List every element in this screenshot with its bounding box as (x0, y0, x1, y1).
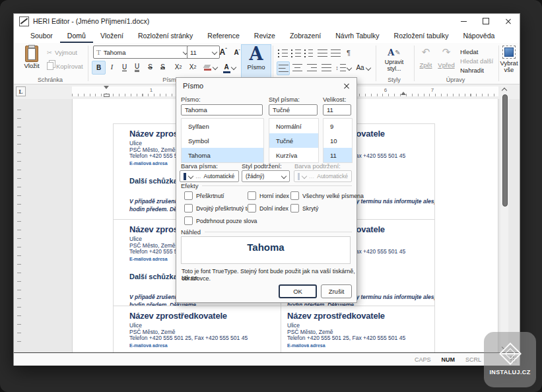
select-all-label-2: vše (504, 67, 514, 73)
bullet-list-button[interactable] (277, 47, 288, 59)
multilevel-list-button[interactable] (303, 47, 315, 59)
find-button[interactable]: Hledat (460, 48, 478, 55)
size-list-item[interactable]: 9 (323, 119, 352, 133)
tab-zobrazeni[interactable]: Zobrazení (283, 32, 328, 43)
checkbox-double-strikethrough[interactable]: Dvojitý přeškrtnutý text (184, 204, 255, 212)
tab-vlozeni[interactable]: Vložení (93, 32, 131, 43)
tab-reference[interactable]: Reference (200, 32, 246, 43)
select-all-button[interactable]: Vybrat vše (500, 46, 518, 73)
grow-font-button[interactable]: Aˆ (217, 46, 229, 58)
increase-indent-button[interactable] (329, 47, 341, 59)
font-list-item-selected[interactable]: Tahoma (182, 148, 263, 162)
align-right-button[interactable] (306, 61, 318, 74)
maximize-button[interactable] (475, 14, 497, 28)
double-strikethrough-label: S (160, 63, 165, 71)
tab-napoveda[interactable]: Nápověda (456, 32, 502, 43)
ok-button[interactable]: OK (279, 284, 317, 298)
checkbox-icon[interactable] (184, 216, 193, 225)
style-list-item[interactable]: Kurzíva (269, 148, 318, 162)
cut-button[interactable]: ✂ Vyjmout (47, 49, 77, 56)
font-option: Tahoma (188, 152, 211, 159)
underline-style-combobox[interactable]: (žádný) (242, 170, 290, 182)
dialog-close-button[interactable] (343, 82, 350, 89)
tab-revize[interactable]: Revize (247, 32, 283, 43)
edit-style-button[interactable]: A✎ Upravit styl... (378, 46, 410, 72)
change-case-button[interactable]: Aa (355, 61, 372, 74)
checkbox-all-caps[interactable]: Všechny velké písmena (290, 191, 364, 200)
font-color-button[interactable]: A (221, 61, 238, 73)
scroll-up-button[interactable] (500, 85, 508, 93)
font-list-item[interactable]: Symbol (182, 133, 263, 148)
strikethrough-button[interactable]: S (145, 61, 156, 73)
checkbox-hidden[interactable]: Skrytý (290, 204, 318, 212)
checkbox-strikethrough[interactable]: Přeškrtnutí (184, 191, 224, 200)
style-list-item[interactable]: Normální (269, 119, 318, 133)
align-center-button[interactable] (291, 61, 303, 74)
find-next-button[interactable]: Hledat další (460, 57, 493, 65)
tab-navrh-tabulky[interactable]: Návrh Tabulky (328, 32, 386, 43)
checkbox-subscript[interactable]: Dolní index (248, 204, 288, 212)
vertical-scrollbar[interactable] (500, 85, 508, 352)
checkbox-icon[interactable] (290, 191, 299, 200)
highlight-color-button[interactable] (202, 61, 219, 73)
bold-button[interactable]: B (92, 61, 106, 75)
strikethrough-label: S (148, 63, 152, 71)
superscript-button[interactable]: X2 (186, 61, 199, 73)
undo-button[interactable]: ↶ Zpět (417, 47, 435, 69)
right-indent-marker[interactable] (401, 89, 406, 95)
preview-label: Náhled (181, 228, 201, 236)
tab-soubor[interactable]: Soubor (23, 32, 60, 43)
shrink-tick-icon: ˇ (239, 49, 240, 53)
maximize-icon (483, 18, 489, 24)
italic-button[interactable]: I (106, 61, 118, 73)
cancel-button[interactable]: Zrušit (321, 284, 352, 298)
checkbox-label: Horní index (259, 193, 289, 199)
size-list-item-selected[interactable]: 11 (323, 148, 352, 162)
font-dialog-button[interactable]: A Písmo (241, 44, 271, 79)
show-paragraph-marks-button[interactable]: ¶ (343, 46, 354, 59)
subscript-button[interactable]: X2 (172, 61, 185, 73)
replace-button[interactable]: Nahradit (460, 67, 484, 74)
line-spacing-button[interactable]: ↕ (334, 61, 353, 74)
redo-button[interactable]: ↷ Vpřed (436, 47, 456, 69)
justify-button[interactable] (320, 61, 332, 74)
contact-card-cell[interactable]: Název zprostředkovatele Ulice PSČ Město,… (281, 306, 434, 352)
styles-group-label: Styly (376, 77, 413, 83)
checkbox-words-only-underline[interactable]: Podtrhnout pouze slova (184, 216, 257, 225)
decrease-indent-button[interactable] (316, 47, 328, 59)
tab-domu[interactable]: Domů (60, 32, 93, 43)
size-list-item[interactable]: 10 (323, 133, 352, 148)
tab-rozlozeni-stranky[interactable]: Rozložení stránky (131, 32, 200, 43)
scrollbar-thumb[interactable] (502, 94, 508, 207)
font-name-input[interactable]: Tahoma (181, 104, 263, 115)
paste-button[interactable]: Vložit (19, 44, 44, 69)
close-button[interactable] (497, 14, 520, 28)
double-strikethrough-button[interactable]: S (157, 61, 168, 73)
underline-button[interactable]: U (119, 61, 130, 73)
font-size-input[interactable]: 11 (323, 104, 351, 115)
more-colors-ellipsis[interactable]: … (195, 173, 201, 180)
minimize-button[interactable] (452, 14, 475, 28)
checkbox-superscript[interactable]: Horní index (248, 191, 289, 200)
tab-rozlozeni-tabulky[interactable]: Rozložení tabulky (387, 32, 456, 43)
font-style-input-value: Tučné (273, 106, 290, 114)
checkbox-icon[interactable] (184, 204, 193, 212)
tab-stop-selector[interactable]: L (16, 86, 26, 96)
double-underline-button[interactable]: U (131, 61, 143, 73)
numbered-list-button[interactable] (290, 47, 302, 59)
font-list-item[interactable]: Sylfaen (182, 119, 263, 133)
automatic-color-button[interactable]: Automatické (204, 173, 235, 180)
font-size-combobox[interactable]: 11 (187, 46, 220, 59)
align-left-button[interactable] (277, 61, 290, 75)
font-name-combobox[interactable]: T Tahoma (93, 46, 191, 59)
font-color-picker[interactable]: … Automatické (180, 170, 239, 182)
left-indent-marker[interactable] (104, 94, 110, 97)
checkbox-icon[interactable] (184, 191, 193, 200)
checkbox-icon[interactable] (248, 191, 256, 200)
font-style-input[interactable]: Tučné (269, 104, 318, 115)
style-list-item-selected[interactable]: Tučné (269, 133, 318, 148)
checkbox-icon[interactable] (290, 204, 299, 212)
checkbox-icon[interactable] (248, 204, 256, 212)
contact-card-cell[interactable]: Název zprostředkovatele Ulice PSČ Město,… (114, 306, 281, 352)
copy-button[interactable]: Kopírovat (47, 62, 83, 70)
